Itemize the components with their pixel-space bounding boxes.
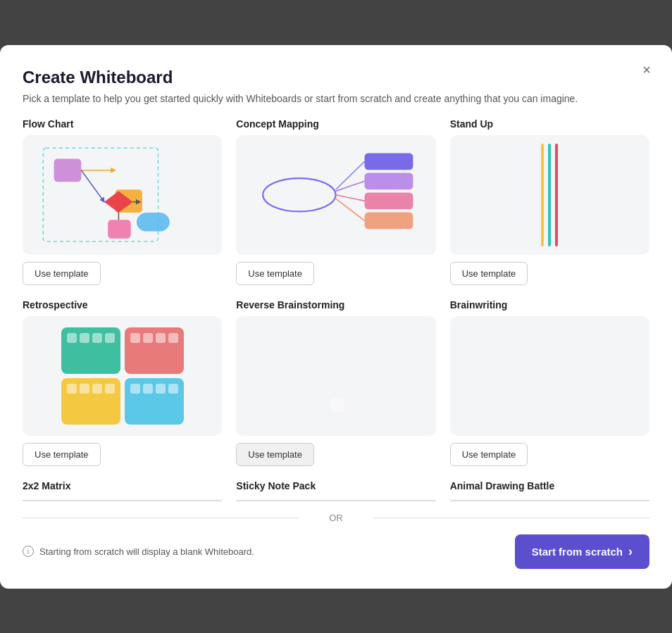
use-template-button-retro[interactable]: Use template — [23, 443, 101, 466]
svg-rect-1 — [54, 159, 82, 182]
retro-dot — [168, 384, 178, 394]
use-template-button-standup[interactable]: Use template — [450, 262, 528, 285]
footer-hint-text: Starting from scratch will display a bla… — [39, 546, 254, 557]
use-template-button-flowchart[interactable]: Use template — [23, 262, 101, 285]
template-card-brainwriting — [450, 316, 649, 436]
retro-dot — [92, 333, 102, 343]
svg-line-19 — [336, 181, 365, 191]
template-card-flowchart — [23, 135, 222, 255]
retro-dot — [143, 384, 153, 394]
template-name-concept: Concept Mapping — [236, 118, 435, 130]
template-card-retro — [23, 316, 222, 436]
template-card-reverse — [236, 316, 435, 436]
modal-overlay: Create Whiteboard Pick a template to hel… — [0, 0, 672, 633]
svg-point-13 — [263, 178, 336, 211]
template-item-brainwriting: Brainwriting — [450, 299, 649, 466]
retro-dot — [105, 333, 115, 343]
standup-col-3 — [555, 144, 558, 246]
footer-row: i Starting from scratch will display a b… — [23, 534, 649, 569]
svg-rect-15 — [365, 173, 413, 189]
template-item-matrix: 2x2 Matrix — [23, 480, 222, 501]
retro-dot — [168, 333, 178, 343]
or-text: OR — [329, 513, 343, 523]
template-name-reverse: Reverse Brainstorming — [236, 299, 435, 311]
use-template-button-reverse[interactable]: Use template — [236, 443, 314, 466]
template-name-flowchart: Flow Chart — [23, 118, 222, 130]
modal-footer: OR i Starting from scratch will display … — [0, 501, 672, 589]
retro-cell-3 — [61, 378, 120, 425]
retro-dot — [143, 333, 153, 343]
template-item-stickynote: Sticky Note Pack — [236, 480, 435, 501]
reverse-visual — [321, 316, 351, 436]
retro-visual — [50, 316, 195, 436]
start-scratch-label: Start from scratch — [532, 546, 623, 558]
standup-visual — [533, 135, 566, 255]
standup-col-2 — [548, 144, 551, 246]
templates-grid: Flow Chart — [23, 118, 649, 466]
template-name-retro: Retrospective — [23, 299, 222, 311]
svg-line-20 — [336, 195, 365, 201]
retro-dot — [80, 384, 89, 394]
modal-subtitle: Pick a template to help you get started … — [23, 93, 649, 104]
footer-hint: i Starting from scratch will display a b… — [23, 546, 254, 557]
info-icon: i — [23, 546, 34, 557]
template-name-stickynote: Sticky Note Pack — [236, 480, 435, 491]
svg-rect-4 — [137, 213, 170, 232]
svg-line-21 — [336, 199, 365, 220]
standup-col-header-1 — [542, 144, 543, 160]
retro-dot — [80, 333, 89, 343]
chevron-right-icon: › — [628, 544, 633, 559]
svg-rect-16 — [365, 192, 413, 209]
template-name-brainwriting: Brainwriting — [450, 299, 649, 311]
brainwriting-visual — [531, 316, 568, 436]
template-item-standup: Stand Up — [450, 118, 649, 285]
svg-rect-17 — [365, 212, 413, 229]
standup-col-1 — [541, 144, 544, 246]
template-card-concept — [236, 135, 435, 255]
or-divider: OR — [23, 513, 649, 523]
start-from-scratch-button[interactable]: Start from scratch › — [515, 534, 649, 569]
template-item-retro: Retrospective — [23, 299, 222, 466]
svg-line-18 — [336, 161, 365, 189]
template-item-animal: Animal Drawing Battle — [450, 480, 649, 501]
template-name-standup: Stand Up — [450, 118, 649, 130]
template-card-standup — [450, 135, 649, 255]
retro-dot — [105, 384, 115, 394]
svg-line-7 — [82, 170, 105, 202]
retro-cell-2 — [125, 327, 184, 374]
retro-cell-1 — [61, 327, 120, 374]
close-button[interactable]: × — [635, 59, 658, 82]
retro-dot — [130, 333, 140, 343]
template-name-matrix: 2x2 Matrix — [23, 480, 222, 491]
template-name-animal: Animal Drawing Battle — [450, 480, 649, 491]
standup-col-header-2 — [549, 144, 550, 160]
use-template-button-concept[interactable]: Use template — [236, 262, 314, 285]
retro-dot — [130, 384, 140, 394]
svg-rect-5 — [108, 220, 131, 239]
retro-dot — [67, 333, 77, 343]
modal-body: Flow Chart — [0, 118, 672, 501]
svg-rect-14 — [365, 153, 413, 170]
modal-title: Create Whiteboard — [23, 68, 649, 87]
use-template-button-brainwriting[interactable]: Use template — [450, 443, 528, 466]
retro-dot — [156, 384, 166, 394]
template-item-concept: Concept Mapping — [236, 118, 435, 285]
modal-header: Create Whiteboard Pick a template to hel… — [0, 45, 672, 118]
retro-cell-4 — [125, 378, 184, 425]
retro-dot — [92, 384, 102, 394]
template-item-reverse: Reverse Brainstorming Use template — [236, 299, 435, 466]
template-item-flowchart: Flow Chart — [23, 118, 222, 285]
templates-grid-bottom: 2x2 Matrix Sticky Note Pack Animal Drawi… — [23, 480, 649, 501]
retro-dot — [156, 333, 166, 343]
create-whiteboard-modal: Create Whiteboard Pick a template to hel… — [0, 45, 672, 589]
retro-dot — [67, 384, 77, 394]
standup-col-header-3 — [556, 144, 557, 160]
